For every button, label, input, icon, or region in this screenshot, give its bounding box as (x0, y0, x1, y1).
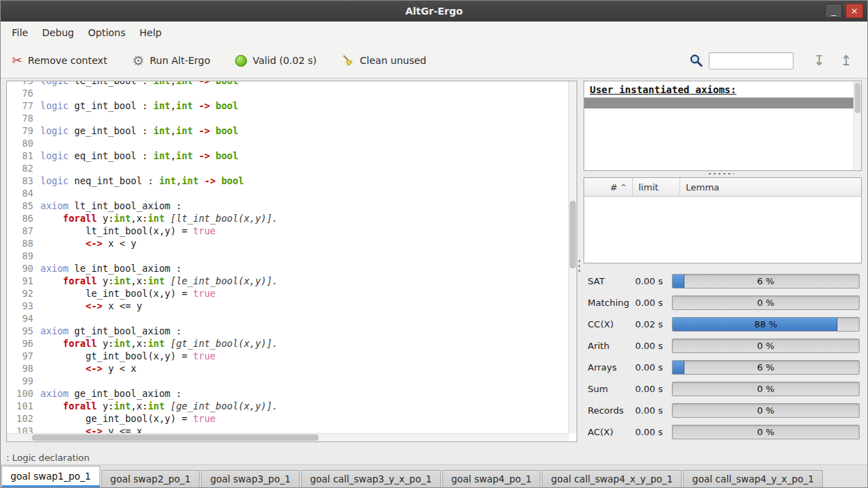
line-number: 100 (10, 387, 33, 400)
horizontal-scrollbar-thumb[interactable] (32, 434, 319, 441)
goto-top-icon[interactable]: ↥ (840, 54, 852, 67)
valid-circle-icon (235, 55, 247, 67)
lemma-column-limit[interactable]: limit (633, 178, 680, 196)
stat-row: Matching0.00 s0 % (584, 292, 865, 314)
stat-percent-label: 88 % (673, 318, 859, 331)
stat-label: SAT (584, 276, 631, 286)
stat-row: CC(X)0.02 s88 % (584, 314, 865, 335)
gears-icon: ⚙ (132, 54, 144, 67)
minimize-icon: _ (831, 6, 836, 16)
code-text: axiom le_int_bool_axiom : (40, 263, 182, 274)
minimize-button[interactable]: _ (825, 3, 842, 18)
code-text: logic eq_int_bool : int,int -> bool (40, 150, 239, 161)
code-line: 90axiom le_int_bool_axiom : (10, 262, 569, 275)
editor-horizontal-scrollbar[interactable] (7, 433, 569, 441)
vertical-scrollbar-thumb[interactable] (570, 201, 576, 268)
line-number: 96 (10, 337, 33, 350)
code-editor: 75logic le_int_bool : int,int -> bool767… (6, 81, 577, 442)
code-text: axiom gt_int_bool_axiom : (40, 325, 182, 336)
stat-time: 0.02 s (631, 319, 663, 330)
jump-buttons: ↧ ↥ (813, 54, 852, 67)
remove-context-button[interactable]: ✂ Remove context (12, 54, 107, 67)
stat-label: Arrays (584, 362, 631, 373)
editor-vertical-scrollbar[interactable] (568, 81, 577, 434)
menu-item-file[interactable]: File (5, 22, 35, 43)
stat-percent-label: 0 % (673, 425, 859, 439)
lemma-column-label: Lemma (686, 182, 719, 193)
code-line: 75logic le_int_bool : int,int -> bool (10, 81, 569, 87)
line-number: 79 (10, 124, 33, 137)
menu-item-debug[interactable]: Debug (35, 22, 81, 43)
code-text: le_int_bool(x,y) = true (40, 288, 216, 299)
code-line: 96 forall y:int,x:int [gt_int_bool(x,y)]… (10, 337, 569, 350)
code-line: 92 le_int_bool(x,y) = true (10, 287, 569, 300)
menu-bar: FileDebugOptionsHelp (1, 22, 867, 43)
stat-progressbar: 6 % (672, 360, 860, 375)
code-line: 95axiom gt_int_bool_axiom : (10, 325, 569, 337)
menu-item-help[interactable]: Help (133, 22, 169, 43)
tab-goal-swap3_po_1[interactable]: goal swap3_po_1 (201, 470, 300, 487)
stat-time: 0.00 s (631, 276, 663, 286)
stat-label: AC(X) (584, 427, 631, 437)
line-number: 94 (10, 312, 33, 325)
line-number: 78 (10, 112, 33, 124)
line-number: 98 (10, 362, 33, 375)
code-text: logic neq_int_bool : int,int -> bool (40, 175, 244, 186)
code-line: 82 (10, 162, 569, 174)
clean-unused-button[interactable]: Clean unused (341, 54, 426, 67)
axioms-scrollbar[interactable] (853, 81, 861, 170)
code-line: 78 (10, 112, 569, 124)
search-area (689, 52, 794, 70)
run-alt-ergo-label: Run Alt-Ergo (150, 55, 210, 66)
lemma-column-num[interactable]: #^ (584, 178, 633, 196)
stat-row: Arrays0.00 s6 % (584, 357, 865, 378)
code-line: 89 (10, 250, 569, 262)
toolbar: ✂ Remove context ⚙ Run Alt-Ergo Valid (0… (1, 43, 867, 79)
code-line: 80 (10, 137, 569, 149)
stat-progressbar: 88 % (672, 317, 860, 332)
code-text: lt_int_bool(x,y) = true (40, 225, 216, 236)
lemma-column-label: # (610, 182, 618, 193)
stat-progressbar: 0 % (672, 403, 860, 418)
lemma-column-Lemma[interactable]: Lemma (680, 178, 861, 196)
axioms-scrollbar-thumb[interactable] (855, 83, 860, 113)
tab-goal-swap1_po_1[interactable]: goal swap1_po_1 (1, 466, 100, 487)
code-line: 93 <-> x <= y (10, 300, 569, 312)
tab-goal-call_swap4_x_y_po_1[interactable]: goal call_swap4_x_y_po_1 (542, 470, 682, 487)
menu-item-options[interactable]: Options (81, 22, 132, 43)
stat-time: 0.00 s (631, 405, 663, 416)
stat-progressbar: 0 % (672, 339, 860, 353)
run-alt-ergo-button[interactable]: ⚙ Run Alt-Ergo (132, 54, 210, 67)
tab-goal-swap4_po_1[interactable]: goal swap4_po_1 (442, 470, 541, 487)
stats-panel: SAT0.00 s6 %Matching0.00 s0 %CC(X)0.02 s… (584, 270, 865, 446)
tab-goal-call_swap3_y_x_po_1[interactable]: goal call_swap3_y_x_po_1 (301, 470, 441, 487)
line-number: 88 (10, 237, 33, 250)
code-line: 87 lt_int_bool(x,y) = true (10, 225, 569, 237)
code-view[interactable]: 75logic le_int_bool : int,int -> bool767… (7, 81, 569, 434)
code-line: 84 (10, 187, 569, 200)
line-number: 76 (10, 87, 33, 99)
stat-percent-label: 0 % (673, 339, 859, 352)
horizontal-splitter-handle[interactable] (707, 172, 734, 175)
goto-bottom-icon[interactable]: ↧ (813, 54, 825, 67)
title-bar[interactable]: AltGr-Ergo _ × (1, 1, 867, 22)
stat-time: 0.00 s (631, 341, 663, 351)
vertical-splitter-handle[interactable] (578, 259, 581, 274)
line-number: 92 (10, 287, 33, 300)
window-title: AltGr-Ergo (1, 1, 867, 22)
line-number: 75 (10, 81, 33, 87)
code-text: logic gt_int_bool : int,int -> bool (40, 100, 239, 111)
tab-goal-call_swap4_y_x_po_1[interactable]: goal call_swap4_y_x_po_1 (683, 470, 823, 487)
close-button[interactable]: × (846, 3, 863, 18)
stat-percent-label: 6 % (673, 361, 859, 374)
code-line: 101 forall y:int,x:int [ge_int_bool(x,y)… (10, 400, 569, 412)
code-line: 91 forall y:int,x:int [le_int_bool(x,y)]… (10, 275, 569, 287)
search-input[interactable] (709, 52, 794, 70)
code-line: 86 forall y:int,x:int [lt_int_bool(x,y)]… (10, 212, 569, 225)
line-number: 80 (10, 137, 33, 149)
selected-empty-row[interactable] (584, 98, 854, 108)
lemma-table-header: #^limitLemma (584, 178, 861, 197)
code-text: forall y:int,x:int [le_int_bool(x,y)]. (40, 275, 278, 286)
tab-goal-swap2_po_1[interactable]: goal swap2_po_1 (102, 470, 200, 487)
stat-progressbar: 6 % (672, 274, 860, 288)
